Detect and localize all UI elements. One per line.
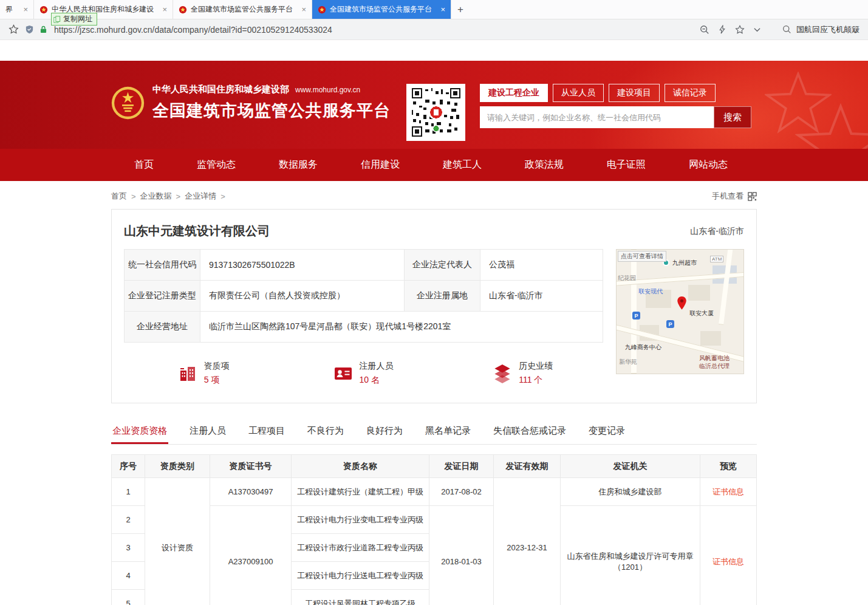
tab-registered-personnel[interactable]: 注册人员 xyxy=(188,422,227,444)
chevron-down-icon[interactable] xyxy=(754,27,760,32)
nav-item-credit[interactable]: 信用建设 xyxy=(361,159,400,171)
breadcrumb-separator: > xyxy=(176,192,181,201)
qualification-table: 序号 资质类别 资质证书号 资质名称 发证日期 发证有效期 发证机关 预览 1 … xyxy=(111,454,757,605)
cell-issue-date: 2017-08-02 xyxy=(429,478,494,506)
building-icon xyxy=(178,364,197,383)
stat-qualifications: 资质项 5 项 xyxy=(124,361,284,386)
cell-authority: 山东省住房和城乡建设厅许可专用章（1201） xyxy=(561,506,700,605)
map-hint-label: 点击可查看详情 xyxy=(618,251,666,262)
flash-mode-icon[interactable] xyxy=(719,25,726,34)
browser-tab-3-active[interactable]: 全国建筑市场监管公共服务平台 × xyxy=(312,0,451,19)
company-detail-tabs: 企业资质资格 注册人员 工程项目 不良行为 良好行为 黑名单记录 失信联合惩戒记… xyxy=(111,422,757,445)
cell-qual-name: 工程设计风景园林工程专项乙级 xyxy=(292,590,429,605)
breadcrumb-link-home[interactable]: 首页 xyxy=(111,191,127,202)
stat-historical-performance: 历史业绩 111 个 xyxy=(443,361,603,386)
breadcrumb-link-company-data[interactable]: 企业数据 xyxy=(140,191,172,202)
cell-issue-date: 2018-01-03 xyxy=(429,506,494,605)
cell-seq: 4 xyxy=(112,562,145,590)
search-tab-credit[interactable]: 诚信记录 xyxy=(665,84,716,102)
nav-item-site-news[interactable]: 网站动态 xyxy=(689,159,728,171)
nav-item-e-license[interactable]: 电子证照 xyxy=(607,159,646,171)
cell-preview: 证书信息 xyxy=(700,506,757,605)
browser-hot-search[interactable]: 国航回应飞机颠簸 xyxy=(782,24,859,35)
map-label-lianan-tower: 联安大厦 xyxy=(689,309,714,318)
stat-value: 5 项 xyxy=(204,375,230,386)
tab-close-icon[interactable]: × xyxy=(23,5,28,14)
tab-label: 全国建筑市场监管公共服务平台 xyxy=(330,4,434,15)
nav-item-workers[interactable]: 建筑工人 xyxy=(443,159,482,171)
mobile-view-label[interactable]: 手机查看 xyxy=(712,191,743,202)
stat-registered-personnel: 注册人员 10 名 xyxy=(284,361,443,386)
site-safety-shield-icon[interactable] xyxy=(25,25,34,34)
nav-item-supervision[interactable]: 监管动态 xyxy=(197,159,236,171)
nav-item-policy[interactable]: 政策法规 xyxy=(525,159,564,171)
zoom-out-icon[interactable] xyxy=(700,25,709,35)
cell-seq: 1 xyxy=(112,478,145,506)
nav-item-data-service[interactable]: 数据服务 xyxy=(279,159,318,171)
browser-address-bar: https://jzsc.mohurd.gov.cn/data/company/… xyxy=(0,19,868,40)
new-tab-button[interactable]: + xyxy=(451,0,470,19)
search-tab-personnel[interactable]: 从业人员 xyxy=(553,84,604,102)
national-emblem-logo xyxy=(111,86,145,120)
mobile-qr-icon[interactable] xyxy=(748,192,757,201)
certificate-info-link[interactable]: 证书信息 xyxy=(713,557,744,566)
tab-close-icon[interactable]: × xyxy=(440,5,445,14)
breadcrumb-current: 企业详情 xyxy=(185,191,216,202)
cell-qual-name: 工程设计市政行业道路工程专业丙级 xyxy=(292,534,429,562)
browser-tab-0[interactable]: 界 × xyxy=(0,0,34,19)
address-bar-actions xyxy=(700,25,760,35)
header-authority: 发证机关 xyxy=(561,455,700,478)
info-value-address: 临沂市兰山区陶然路107号星河晶都（联安）现代城1号楼2201室 xyxy=(200,312,603,343)
copy-url-tooltip: 复制网址 xyxy=(51,13,97,26)
info-label: 统一社会信用代码 xyxy=(125,250,200,281)
tab-bad-behavior[interactable]: 不良行为 xyxy=(306,422,345,444)
info-row: 企业登记注册类型 有限责任公司（自然人投资或控股） 企业注册属地 山东省-临沂市 xyxy=(125,281,603,312)
info-row: 统一社会信用代码 91371302675501022B 企业法定代表人 公茂福 xyxy=(125,250,603,281)
search-icon xyxy=(782,25,791,34)
cell-seq: 5 xyxy=(112,590,145,605)
map-pin-icon xyxy=(677,296,687,310)
tab-label: 全国建筑市场监管公共服务平台 xyxy=(191,4,295,15)
company-location-map[interactable]: 点击可查看详情 九州超市 ATM 纪花园 联安现代 联安大厦 P P 九峰商务中… xyxy=(616,249,744,374)
cell-qual-name: 工程设计电力行业变电工程专业丙级 xyxy=(292,506,429,534)
copy-tooltip-label: 复制网址 xyxy=(63,14,92,24)
tab-qualifications[interactable]: 企业资质资格 xyxy=(111,422,168,444)
cell-category: 设计资质 xyxy=(145,478,210,605)
tab-label: 界 xyxy=(5,4,17,15)
tab-close-icon[interactable]: × xyxy=(301,5,306,14)
bookmark-star-icon[interactable] xyxy=(9,24,19,35)
tab-good-behavior[interactable]: 良好行为 xyxy=(365,422,404,444)
decor-star-icon xyxy=(795,103,868,149)
tab-change-records[interactable]: 变更记录 xyxy=(587,422,626,444)
info-label: 企业登记注册类型 xyxy=(125,281,200,312)
favorite-star-icon[interactable] xyxy=(735,25,745,35)
breadcrumb: 首页 > 企业数据 > 企业详情 > 手机查看 xyxy=(111,191,757,202)
search-tab-enterprise[interactable]: 建设工程企业 xyxy=(480,84,548,102)
tab-close-icon[interactable]: × xyxy=(162,5,167,14)
nav-item-home[interactable]: 首页 xyxy=(134,159,154,171)
tab-dishonesty-records[interactable]: 失信联合惩戒记录 xyxy=(492,422,567,444)
layers-icon xyxy=(493,363,512,383)
browser-tab-bar: 界 × 中华人民共和国住房和城乡建设 × 全国建筑市场监管公共服务平台 × 全国… xyxy=(0,0,868,19)
tab-blacklist[interactable]: 黑名单记录 xyxy=(424,422,472,444)
certificate-info-link[interactable]: 证书信息 xyxy=(713,487,744,496)
search-button[interactable]: 搜索 xyxy=(714,106,751,128)
keyword-search-input[interactable] xyxy=(480,106,714,128)
cell-qual-name: 工程设计建筑行业（建筑工程）甲级 xyxy=(292,478,429,506)
ministry-name: 中华人民共和国住房和城乡建设部 xyxy=(152,84,289,95)
tab-projects[interactable]: 工程项目 xyxy=(247,422,286,444)
site-favicon-icon xyxy=(179,5,187,14)
url-text[interactable]: https://jzsc.mohurd.gov.cn/data/company/… xyxy=(54,25,694,35)
browser-tab-2[interactable]: 全国建筑市场监管公共服务平台 × xyxy=(173,0,312,19)
cell-authority: 住房和城乡建设部 xyxy=(561,478,700,506)
main-navigation: 首页 监管动态 数据服务 信用建设 建筑工人 政策法规 电子证照 网站动态 xyxy=(0,149,868,181)
hot-search-text: 国航回应飞机颠簸 xyxy=(796,24,859,35)
map-label-business-center: 九峰商务中心 xyxy=(625,343,661,352)
info-label: 企业法定代表人 xyxy=(405,250,480,281)
search-tab-project[interactable]: 建设项目 xyxy=(609,84,660,102)
header-valid-until: 发证有效期 xyxy=(494,455,561,478)
info-value-credit-code: 91371302675501022B xyxy=(200,250,405,281)
qual-row: 1 设计资质 A137030497 工程设计建筑行业（建筑工程）甲级 2017-… xyxy=(112,478,757,506)
parking-icon: P xyxy=(632,312,640,320)
stat-value: 10 名 xyxy=(360,375,394,386)
